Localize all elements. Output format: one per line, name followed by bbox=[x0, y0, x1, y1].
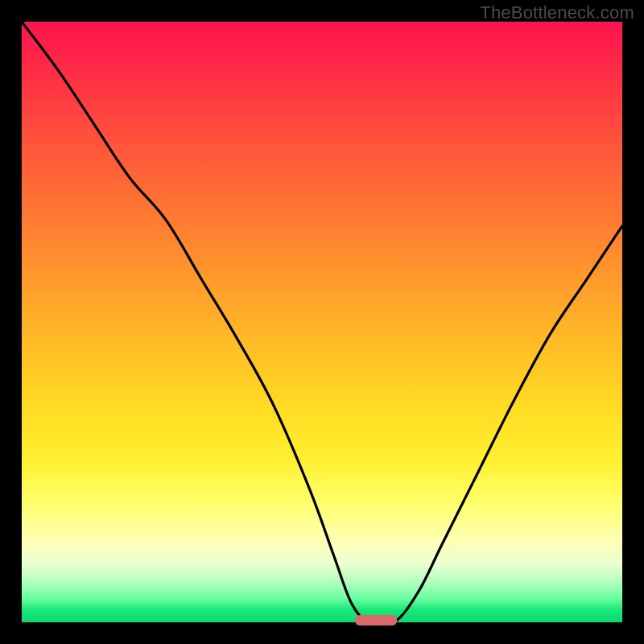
minimum-marker bbox=[355, 615, 397, 625]
outer-frame: TheBottleneck.com bbox=[0, 0, 644, 644]
chart-svg bbox=[22, 22, 622, 622]
watermark-text: TheBottleneck.com bbox=[480, 2, 634, 23]
bottleneck-curve bbox=[22, 22, 622, 625]
